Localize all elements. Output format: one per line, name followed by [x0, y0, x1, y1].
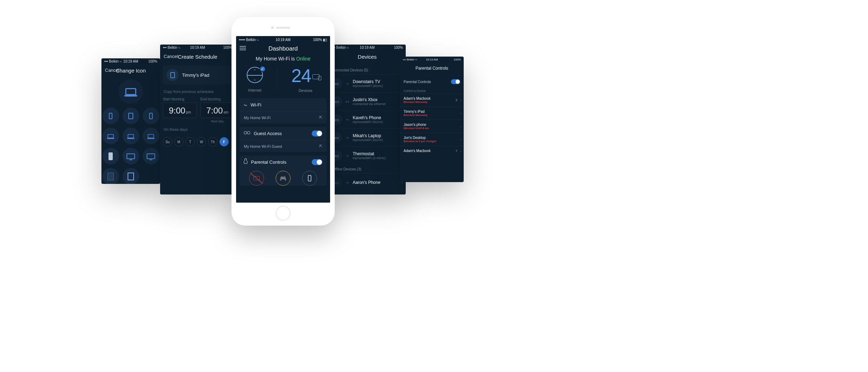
- icon-option-monitor[interactable]: [143, 148, 159, 164]
- device-name: Mikah's Laptop: [353, 133, 383, 138]
- share-icon[interactable]: ⇱: [319, 144, 322, 149]
- parental-controls-toggle[interactable]: [451, 79, 460, 84]
- screen-dashboard: ••••• Belkin ⏦ 10:19 AM 100% ▮▯ Dashboar…: [236, 36, 330, 203]
- chevron-right-icon: ›: [460, 137, 462, 141]
- scheduled-device-ring[interactable]: 🎮: [276, 171, 291, 186]
- ethernet-icon: ‹·›: [345, 99, 350, 104]
- wifi-icon: ⏦: [345, 117, 350, 122]
- device-name: Kaveh's Phone: [353, 115, 383, 120]
- page-title: Devices: [358, 54, 376, 60]
- device-name: Aaron's Phone: [353, 180, 380, 185]
- guest-network-name: My Home Wi-Fi Guest: [244, 144, 282, 149]
- battery-label: 100%: [454, 58, 461, 61]
- device-row[interactable]: ▭‹·›Justin's XboxConnected via ethernet›: [329, 92, 406, 110]
- battery-label: 100%: [148, 59, 157, 63]
- guest-access-toggle[interactable]: [312, 130, 322, 136]
- icon-option-device[interactable]: [143, 107, 159, 124]
- devices-tile[interactable]: 24 Devices: [291, 66, 319, 93]
- icon-option-paper[interactable]: [102, 168, 119, 184]
- carrier-label: ••• Belkin ⏦: [163, 46, 180, 50]
- menu-button[interactable]: [240, 46, 246, 50]
- icon-option-tv[interactable]: [123, 148, 139, 164]
- carrier-label: ••• Belkin ⏦: [403, 58, 417, 61]
- status-headline: My Home Wi-Fi is Online: [236, 56, 330, 63]
- end-ampm: am: [223, 110, 228, 114]
- wifi-network-row[interactable]: My Home Wi-Fi ⇱: [240, 111, 327, 123]
- tablet-icon: [170, 72, 175, 78]
- parental-controls-row[interactable]: Parental Controls: [240, 156, 327, 169]
- end-time-input[interactable]: 7:00am: [200, 103, 234, 118]
- start-time-value: 9:00: [169, 106, 186, 115]
- day-pill-su[interactable]: Su: [163, 137, 172, 146]
- share-icon[interactable]: ⇱: [319, 115, 322, 120]
- guest-icon: [244, 131, 250, 136]
- online-status: Online: [296, 56, 310, 62]
- copy-schedules-button[interactable]: Copy from previous schedules: [160, 87, 235, 97]
- start-time-input[interactable]: 9:00pm: [163, 103, 197, 118]
- internet-label: Internet: [247, 88, 263, 92]
- device-row-offline[interactable]: ▭ ⏦ Aaron's Phone ›: [329, 173, 406, 191]
- carrier-label: ••• Belkin ⏦: [104, 59, 122, 63]
- tv-icon: [127, 153, 135, 159]
- next-day-label: Next day: [200, 120, 234, 123]
- parental-device-row[interactable]: Jon's DesktopBlocked at 9 pm Tonight›: [400, 133, 464, 146]
- guest-network-row[interactable]: My Home Wi-Fi Guest ⇱: [240, 140, 327, 152]
- device-ring[interactable]: [302, 171, 317, 186]
- clock: 10:19 AM: [360, 46, 375, 50]
- guest-access-row[interactable]: Guest Access: [240, 127, 327, 140]
- device-row[interactable]: ▭⏦Mikah's LaptopMyHomeWiFi (5GHz)›: [329, 128, 406, 146]
- device-row[interactable]: ▭⏦Downstairs TVMyHomeWiFi (5GHz)›: [329, 74, 406, 92]
- parental-device-row[interactable]: Adam's Macbook7›: [400, 146, 464, 156]
- day-pill-w[interactable]: W: [197, 137, 206, 146]
- phone-icon: [149, 113, 153, 119]
- parental-device-row[interactable]: Adam's MacbookBlocked Manually2›: [400, 93, 464, 106]
- device-sub: MyHomeWiFi (5GHz): [353, 84, 383, 88]
- device-row[interactable]: ▭⏦ThermostatMyHomeWiFi (2.4GHz)›: [329, 146, 406, 164]
- day-pill-f[interactable]: F: [219, 137, 229, 146]
- icon-option-laptop-3[interactable]: [143, 128, 159, 144]
- device-row[interactable]: ▭⏦Kaveh's PhoneMyHomeWiFi (5GHz)›: [329, 110, 406, 128]
- device-row[interactable]: Timmy's iPad: [163, 65, 232, 85]
- parental-device-row[interactable]: Timmy's iPadBlocked Manually›: [400, 106, 464, 120]
- rule-count: 2: [456, 98, 457, 102]
- wifi-panel: ⏦Wi-Fi My Home Wi-Fi ⇱: [240, 98, 327, 123]
- battery-label: 100%: [394, 46, 403, 50]
- clock: 10:19 AM: [426, 58, 438, 61]
- icon-option-frame[interactable]: [123, 168, 139, 184]
- parental-controls-toggle[interactable]: [312, 159, 322, 165]
- device-name: Downstairs TV: [353, 79, 383, 84]
- wifi-icon: ⏦: [345, 153, 350, 158]
- day-pill-t[interactable]: T: [186, 137, 195, 146]
- icon-option-tablet[interactable]: [123, 107, 139, 124]
- wifi-icon: ⏦: [244, 102, 247, 108]
- cancel-button[interactable]: Cancel: [164, 54, 178, 59]
- clock: 10:19 AM: [123, 59, 138, 63]
- gamepad-icon: 🎮: [280, 175, 287, 182]
- lock-icon: [244, 161, 247, 164]
- parental-device-row[interactable]: Jason's phoneBlocked Until 8 am›: [400, 120, 464, 133]
- phone-icon: [109, 113, 112, 119]
- icon-option-tower[interactable]: [102, 148, 119, 164]
- status-bar: ••• Belkin ⏦ 10:19 AM 100%: [101, 58, 160, 64]
- parental-devices-row: 🎮: [240, 169, 327, 186]
- cancel-button[interactable]: Cancel: [105, 68, 119, 73]
- wifi-network-name: My Home Wi-Fi: [244, 116, 271, 120]
- carrier-label: ••••• Belkin ⏦: [239, 38, 259, 42]
- internet-tile[interactable]: ✓ Internet: [247, 67, 263, 92]
- monitor-icon: [147, 153, 155, 159]
- block-status: Blocked Manually: [404, 114, 460, 117]
- home-button[interactable]: [276, 206, 291, 221]
- status-bar: ••••• Belkin ⏦ 10:19 AM 100% ▮▯: [236, 36, 330, 42]
- device-name: Thermostat: [353, 151, 386, 156]
- laptop-icon: [107, 134, 114, 138]
- wifi-row[interactable]: ⏦Wi-Fi: [240, 98, 327, 111]
- blocked-device-ring[interactable]: [249, 171, 264, 186]
- icon-option-phone[interactable]: [102, 107, 119, 124]
- day-pill-th[interactable]: Th: [208, 137, 217, 146]
- icon-option-laptop-2[interactable]: [123, 128, 139, 144]
- device-name: Jon's Desktop: [404, 136, 460, 140]
- control-device-header: Control a Device: [400, 87, 464, 93]
- start-ampm: pm: [186, 110, 191, 114]
- day-pill-m[interactable]: M: [174, 137, 183, 146]
- icon-option-laptop[interactable]: [102, 128, 119, 144]
